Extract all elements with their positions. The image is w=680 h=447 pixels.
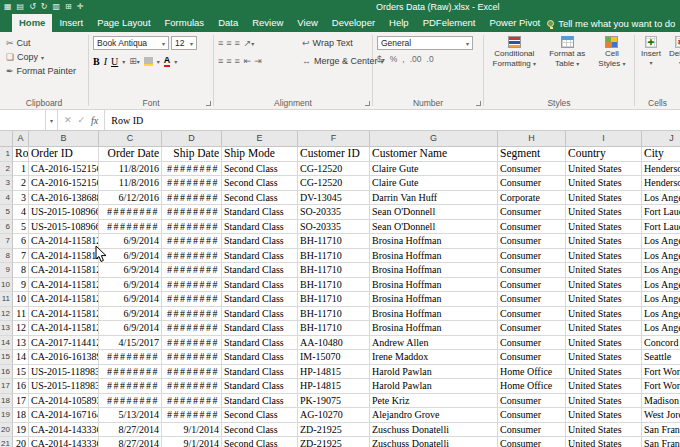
cell[interactable]: Second Class <box>222 408 298 423</box>
cell[interactable]: Los Angeles <box>642 292 680 307</box>
add-icon[interactable]: ✛ <box>77 0 84 14</box>
alignment-dialog-launcher[interactable] <box>365 101 370 106</box>
cell[interactable]: West Jordan <box>642 408 680 423</box>
format-painter-button[interactable]: ✒ Format Painter <box>4 64 88 78</box>
cell[interactable]: United States <box>566 307 642 322</box>
tab-pdfelement[interactable]: PDFelement <box>416 14 483 32</box>
cell[interactable]: Sean O'Donnell <box>370 220 498 235</box>
cell[interactable]: CA-2014-143336 <box>29 423 99 438</box>
cell[interactable]: 6/9/2014 <box>99 249 162 264</box>
row-number[interactable]: 8 <box>0 249 13 264</box>
tell-me-box[interactable]: Tell me what you want to do <box>547 14 680 32</box>
cell[interactable]: BH-11710 <box>298 292 370 307</box>
borders-button[interactable]: ⊞▾ <box>129 56 140 66</box>
row-number[interactable]: 6 <box>0 220 13 235</box>
cell[interactable]: AG-10270 <box>298 408 370 423</box>
copy-button[interactable]: ❏ Copy ▾ <box>4 50 88 64</box>
cell[interactable]: United States <box>566 176 642 191</box>
cell[interactable]: CA-2014-115812 <box>29 292 99 307</box>
cell[interactable]: ######## <box>99 394 162 409</box>
delete-cells-button[interactable]: ✖ Delete ▾ <box>669 36 680 97</box>
row-number[interactable]: 13 <box>0 321 13 336</box>
cell[interactable]: 15 <box>13 365 29 380</box>
cell[interactable]: Madison <box>642 394 680 409</box>
cell[interactable]: Customer ID <box>298 147 370 162</box>
cell[interactable]: ######## <box>162 321 222 336</box>
cell[interactable]: Consumer <box>498 336 566 351</box>
cell[interactable]: ######## <box>162 350 222 365</box>
cell[interactable]: Sean O'Donnell <box>370 205 498 220</box>
cell[interactable]: 4 <box>13 205 29 220</box>
cell[interactable]: US-2015-118983 <box>29 379 99 394</box>
row-number[interactable]: 11 <box>0 292 13 307</box>
cell[interactable]: 6/12/2016 <box>99 191 162 206</box>
font-color-dropdown-icon[interactable]: ▾ <box>174 58 177 65</box>
orientation-button[interactable]: ↗▾ <box>244 38 255 48</box>
cell[interactable]: ######## <box>99 365 162 380</box>
cell[interactable]: 20 <box>13 437 29 447</box>
cell[interactable]: 9 <box>13 278 29 293</box>
cut-button[interactable]: ✂ Cut <box>4 36 88 50</box>
cell[interactable]: San Francisco <box>642 437 680 447</box>
cell[interactable]: United States <box>566 379 642 394</box>
bottom-align-button[interactable]: ≡ <box>235 38 240 48</box>
middle-align-button[interactable]: ≡ <box>226 38 231 48</box>
fill-color-button[interactable] <box>144 57 153 66</box>
cell[interactable]: DV-13045 <box>298 191 370 206</box>
cell[interactable]: 17 <box>13 394 29 409</box>
cell[interactable]: BH-11710 <box>298 307 370 322</box>
cell[interactable]: Segment <box>498 147 566 162</box>
cell[interactable]: CA-2014-115812 <box>29 278 99 293</box>
cell[interactable]: Los Angeles <box>642 263 680 278</box>
cell[interactable]: United States <box>566 423 642 438</box>
cell[interactable]: CA-2016-152156 <box>29 162 99 177</box>
cell[interactable]: Zuschuss Donatelli <box>370 437 498 447</box>
cell[interactable]: United States <box>566 263 642 278</box>
cell[interactable]: 8/27/2014 <box>99 437 162 447</box>
cell[interactable]: 10 <box>13 292 29 307</box>
tab-power-pivot[interactable]: Power Pivot <box>482 14 547 32</box>
cell[interactable]: ######## <box>162 263 222 278</box>
cell[interactable]: Standard Class <box>222 278 298 293</box>
cell[interactable]: BH-11710 <box>298 249 370 264</box>
tab-review[interactable]: Review <box>245 14 290 32</box>
cell[interactable]: Consumer <box>498 307 566 322</box>
cell[interactable]: United States <box>566 394 642 409</box>
excel-icon[interactable]: ▦ <box>4 0 12 14</box>
cancel-entry-icon[interactable]: ✕ <box>64 115 72 125</box>
cell[interactable]: 18 <box>13 408 29 423</box>
row-number[interactable]: 9 <box>0 263 13 278</box>
cell[interactable]: Second Class <box>222 437 298 447</box>
cell[interactable]: BH-11710 <box>298 263 370 278</box>
cell[interactable]: ######## <box>162 336 222 351</box>
cell[interactable]: Claire Gute <box>370 176 498 191</box>
cell[interactable]: Standard Class <box>222 336 298 351</box>
cell[interactable]: 9/1/2014 <box>162 423 222 438</box>
cell[interactable]: HP-14815 <box>298 379 370 394</box>
cell[interactable]: CA-2016-138688 <box>29 191 99 206</box>
row-number[interactable]: 21 <box>0 437 13 447</box>
column-header-i[interactable]: I <box>566 131 642 147</box>
cell[interactable]: Brosina Hoffman <box>370 321 498 336</box>
align-left-button[interactable]: ≡ <box>218 56 223 66</box>
cell[interactable]: Consumer <box>498 321 566 336</box>
cell[interactable]: 11 <box>13 307 29 322</box>
cell[interactable]: ######## <box>99 220 162 235</box>
increase-indent-button[interactable]: ⇥ <box>254 56 262 66</box>
cell[interactable]: Second Class <box>222 162 298 177</box>
cell[interactable]: Second Class <box>222 191 298 206</box>
cell[interactable]: San Francisco <box>642 423 680 438</box>
cell[interactable]: ######## <box>162 307 222 322</box>
cell[interactable]: Standard Class <box>222 234 298 249</box>
cell[interactable]: 8 <box>13 263 29 278</box>
cell[interactable]: US-2015-108966 <box>29 205 99 220</box>
cell[interactable]: Henderson <box>642 162 680 177</box>
column-header-f[interactable]: F <box>298 131 370 147</box>
cell[interactable]: 6/9/2014 <box>99 292 162 307</box>
cell[interactable]: IM-15070 <box>298 350 370 365</box>
cell[interactable]: Standard Class <box>222 263 298 278</box>
cell[interactable]: Consumer <box>498 423 566 438</box>
cell[interactable]: BH-11710 <box>298 321 370 336</box>
conditional-formatting-button[interactable]: Conditional Formatting ▾ <box>493 36 536 97</box>
row-number[interactable]: 16 <box>0 365 13 380</box>
